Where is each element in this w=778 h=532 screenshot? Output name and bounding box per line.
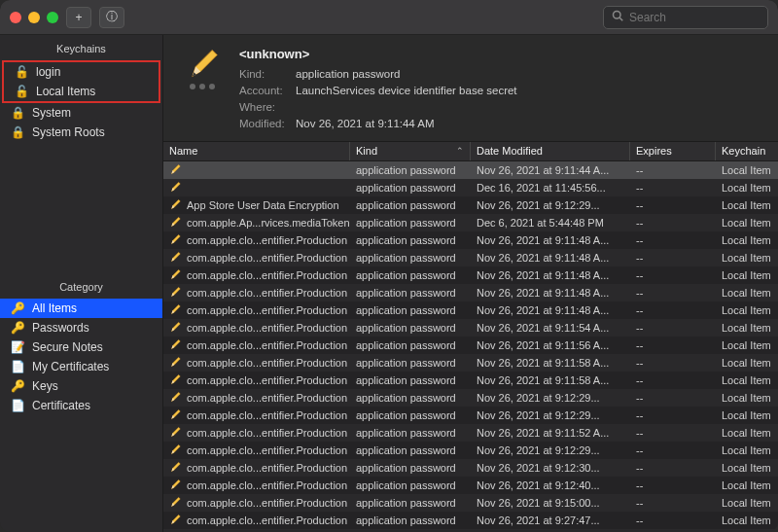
category-all-items[interactable]: 🔑All Items bbox=[0, 299, 162, 318]
password-item-icon bbox=[169, 496, 181, 510]
cell-kind: application password bbox=[350, 497, 471, 509]
keychain-system[interactable]: 🔒 System bbox=[0, 103, 162, 123]
cell-date: Nov 26, 2021 at 9:11:44 A... bbox=[471, 164, 630, 176]
search-input[interactable] bbox=[629, 11, 775, 24]
cell-name: com.apple.clo...entifier.Production bbox=[163, 373, 350, 387]
cell-keychain: Local Item bbox=[716, 444, 778, 456]
password-item-icon bbox=[169, 198, 181, 212]
table-row[interactable]: com.apple.clo...entifier.Productionappli… bbox=[163, 459, 778, 477]
table-row[interactable]: com.apple.clo...entifier.Productionappli… bbox=[163, 231, 778, 249]
cell-kind: application password bbox=[350, 427, 471, 439]
all-icon: 🔑 bbox=[10, 301, 25, 315]
password-item-icon bbox=[169, 426, 181, 440]
cell-keychain: Local Item bbox=[716, 427, 778, 439]
cell-expires: -- bbox=[630, 374, 716, 386]
info-icon: ⓘ bbox=[106, 9, 118, 25]
table-row[interactable]: com.apple.clo...entifier.Productionappli… bbox=[163, 529, 778, 533]
cell-keychain: Local Item bbox=[716, 269, 778, 281]
col-expires[interactable]: Expires bbox=[630, 142, 716, 160]
password-item-icon bbox=[169, 338, 181, 352]
table-row[interactable]: App Store User Data Encryptionapplicatio… bbox=[163, 196, 778, 214]
cell-date: Nov 26, 2021 at 9:11:58 A... bbox=[471, 357, 630, 369]
password-item-icon bbox=[169, 268, 181, 282]
cell-kind: application password bbox=[350, 182, 471, 194]
category-label: Certificates bbox=[32, 399, 90, 412]
info-button[interactable]: ⓘ bbox=[99, 7, 124, 28]
cell-expires: -- bbox=[630, 339, 716, 351]
cell-name bbox=[163, 181, 350, 195]
table-row[interactable]: application passwordDec 16, 2021 at 11:4… bbox=[163, 179, 778, 196]
minimize-window-button[interactable] bbox=[28, 12, 40, 23]
table-row[interactable]: com.apple.clo...entifier.Productionappli… bbox=[163, 389, 778, 407]
zoom-window-button[interactable] bbox=[47, 12, 58, 23]
svg-point-0 bbox=[614, 12, 621, 19]
cell-keychain: Local Item bbox=[716, 374, 778, 386]
password-item-icon bbox=[169, 216, 181, 230]
category-keys[interactable]: 🔑Keys bbox=[0, 376, 162, 396]
table-row[interactable]: com.apple.clo...entifier.Productionappli… bbox=[163, 354, 778, 372]
cell-expires: -- bbox=[630, 462, 716, 474]
password-item-icon bbox=[169, 321, 181, 335]
col-kind-label: Kind bbox=[356, 145, 377, 157]
table-row[interactable]: com.apple.clo...entifier.Productionappli… bbox=[163, 301, 778, 319]
table-row[interactable]: com.apple.clo...entifier.Productionappli… bbox=[163, 477, 778, 494]
cell-date: Nov 26, 2021 at 9:12:29... bbox=[471, 444, 630, 456]
keychain-label: System Roots bbox=[32, 125, 105, 139]
note-icon: 📝 bbox=[10, 340, 25, 354]
table-row[interactable]: com.apple.Ap...rvices.mediaTokenapplicat… bbox=[163, 214, 778, 231]
table-row[interactable]: com.apple.clo...entifier.Productionappli… bbox=[163, 494, 778, 512]
table-row[interactable]: com.apple.clo...entifier.Productionappli… bbox=[163, 372, 778, 389]
password-item-icon bbox=[169, 514, 181, 527]
password-item-icon bbox=[169, 303, 181, 317]
cell-kind: application password bbox=[350, 357, 471, 369]
sort-indicator-icon: ⌃ bbox=[456, 146, 464, 156]
cell-date: Nov 26, 2021 at 9:12:29... bbox=[471, 392, 630, 404]
category-label: All Items bbox=[32, 301, 77, 315]
password-item-icon bbox=[169, 356, 181, 370]
password-item-icon bbox=[169, 251, 181, 265]
keychain-local-items[interactable]: 🔓 Local Items bbox=[4, 82, 159, 101]
cell-kind: application password bbox=[350, 234, 471, 246]
cell-expires: -- bbox=[630, 217, 716, 229]
add-button[interactable]: + bbox=[66, 7, 91, 28]
cell-date: Nov 26, 2021 at 9:11:48 A... bbox=[471, 234, 630, 246]
table-row[interactable]: com.apple.clo...entifier.Productionappli… bbox=[163, 337, 778, 354]
keychain-system-roots[interactable]: 🔒 System Roots bbox=[0, 123, 162, 142]
cell-expires: -- bbox=[630, 182, 716, 194]
cell-name: com.apple.clo...entifier.Production bbox=[163, 286, 350, 300]
category-passwords[interactable]: 🔑Passwords bbox=[0, 318, 162, 337]
cell-kind: application password bbox=[350, 339, 471, 351]
cell-keychain: Local Item bbox=[716, 462, 778, 474]
category-certificates[interactable]: 📄Certificates bbox=[0, 396, 162, 415]
table-row[interactable]: com.apple.clo...entifier.Productionappli… bbox=[163, 407, 778, 424]
category-my-certificates[interactable]: 📄My Certificates bbox=[0, 357, 162, 376]
category-secure-notes[interactable]: 📝Secure Notes bbox=[0, 337, 162, 357]
category-label: Keys bbox=[32, 379, 58, 393]
table-row[interactable]: com.apple.clo...entifier.Productionappli… bbox=[163, 442, 778, 459]
table-row[interactable]: com.apple.clo...entifier.Productionappli… bbox=[163, 284, 778, 301]
cell-name: com.apple.clo...entifier.Production bbox=[163, 426, 350, 440]
sidebar: Keychains 🔓 login 🔓 Local Items 🔒 System… bbox=[0, 35, 163, 532]
table-row[interactable]: com.apple.clo...entifier.Productionappli… bbox=[163, 319, 778, 337]
cell-date: Nov 26, 2021 at 9:11:48 A... bbox=[471, 287, 630, 299]
cell-keychain: Local Item bbox=[716, 322, 778, 334]
col-kind[interactable]: Kind⌃ bbox=[350, 142, 471, 160]
close-window-button[interactable] bbox=[10, 12, 21, 23]
col-keychain[interactable]: Keychain bbox=[716, 142, 778, 160]
col-name[interactable]: Name bbox=[163, 142, 350, 160]
cell-expires: -- bbox=[630, 252, 716, 264]
cell-kind: application password bbox=[350, 199, 471, 211]
cell-expires: -- bbox=[630, 322, 716, 334]
cell-keychain: Local Item bbox=[716, 479, 778, 491]
cell-keychain: Local Item bbox=[716, 234, 778, 246]
cell-date: Nov 26, 2021 at 9:11:54 A... bbox=[471, 322, 630, 334]
table-row[interactable]: com.apple.clo...entifier.Productionappli… bbox=[163, 512, 778, 529]
table-row[interactable]: com.apple.clo...entifier.Productionappli… bbox=[163, 266, 778, 284]
table-row[interactable]: com.apple.clo...entifier.Productionappli… bbox=[163, 249, 778, 266]
table-row[interactable]: application passwordNov 26, 2021 at 9:11… bbox=[163, 161, 778, 179]
cell-name: com.apple.clo...entifier.Production bbox=[163, 321, 350, 335]
col-date[interactable]: Date Modified bbox=[471, 142, 630, 160]
keychain-login[interactable]: 🔓 login bbox=[4, 62, 159, 82]
table-row[interactable]: com.apple.clo...entifier.Productionappli… bbox=[163, 424, 778, 442]
search-field[interactable] bbox=[603, 6, 768, 29]
